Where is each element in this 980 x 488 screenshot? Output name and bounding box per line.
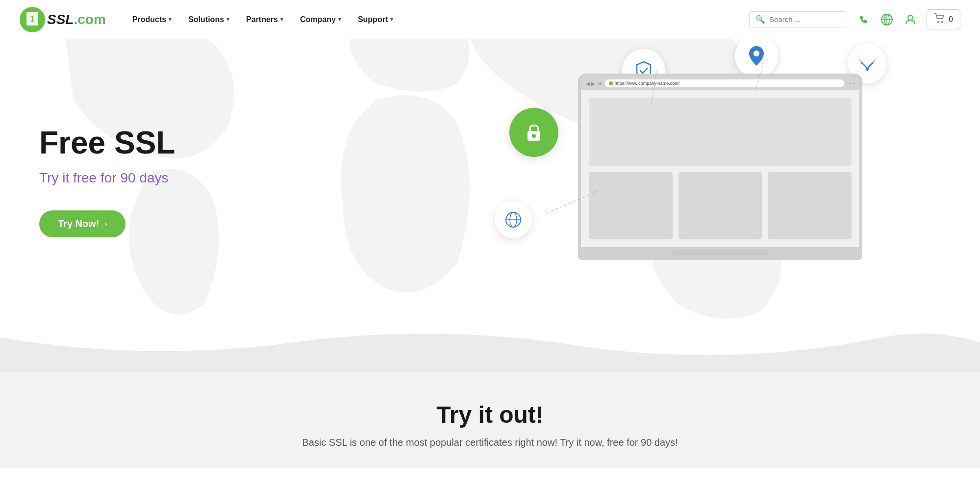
bottom-description: Basic SSL is one of the most popular cer… xyxy=(279,437,701,448)
svg-point-16 xyxy=(866,68,869,71)
nav-links: Products ▾ Solutions ▾ Partners ▾ Compan… xyxy=(126,11,749,28)
svg-rect-19 xyxy=(533,136,535,138)
svg-point-10 xyxy=(941,21,943,23)
laptop-foot xyxy=(671,250,769,255)
bottom-title: Try it out! xyxy=(20,401,960,428)
chevron-down-icon: ▾ xyxy=(226,16,229,23)
laptop-content xyxy=(581,90,859,247)
nav-item-partners[interactable]: Partners ▾ xyxy=(239,11,290,28)
hero-section: Free SSL Try it free for 90 days Try Now… xyxy=(0,39,980,324)
user-icon[interactable] xyxy=(903,12,918,27)
location-pin-icon xyxy=(735,39,778,77)
hero-content: Free SSL Try it free for 90 days Try Now… xyxy=(0,96,214,266)
logo-text: SSL.com xyxy=(47,13,106,26)
laptop-card-3 xyxy=(768,172,852,239)
search-box[interactable]: 🔍 xyxy=(749,11,847,27)
wave-svg xyxy=(0,323,980,372)
svg-point-15 xyxy=(754,51,759,56)
search-input[interactable] xyxy=(769,15,841,24)
logo[interactable]: 1 SSL.com xyxy=(20,7,106,32)
hero-illustration: ◀ ▶ ⟳ https://www.company-name.com/ • • xyxy=(460,39,980,324)
laptop-card-1 xyxy=(589,172,673,239)
cart-icon xyxy=(934,13,946,26)
laptop-browser-bar: ◀ ▶ ⟳ https://www.company-name.com/ • • xyxy=(581,77,859,90)
hero-title: Free SSL xyxy=(39,126,175,160)
chevron-down-icon: ▾ xyxy=(169,16,172,23)
nav-right: 🔍 xyxy=(749,9,960,29)
svg-point-3 xyxy=(857,13,870,26)
laptop-base xyxy=(578,250,862,260)
try-now-button[interactable]: Try Now! › xyxy=(39,210,126,237)
chevron-down-icon: ▾ xyxy=(280,16,283,23)
lock-icon xyxy=(509,108,558,157)
arrow-icon: › xyxy=(104,219,107,229)
navbar: 1 SSL.com Products ▾ Solutions ▾ Partner… xyxy=(0,0,980,39)
logo-icon: 1 xyxy=(20,7,45,32)
globe-blue-icon xyxy=(495,201,532,238)
url-bar: https://www.company-name.com/ xyxy=(605,79,844,87)
nav-item-support[interactable]: Support ▾ xyxy=(351,11,400,28)
hero-subtitle: Try it free for 90 days xyxy=(39,170,175,186)
laptop: ◀ ▶ ⟳ https://www.company-name.com/ • • xyxy=(578,74,862,280)
svg-text:1: 1 xyxy=(30,15,35,23)
svg-point-11 xyxy=(120,65,125,70)
cart-count: 0 xyxy=(949,15,953,24)
nav-item-products[interactable]: Products ▾ xyxy=(126,11,178,28)
laptop-content-top xyxy=(589,98,852,166)
phone-icon[interactable] xyxy=(856,12,871,27)
search-icon: 🔍 xyxy=(755,15,765,24)
chevron-down-icon: ▾ xyxy=(390,16,393,23)
globe-icon[interactable] xyxy=(879,12,894,27)
cart-button[interactable]: 0 xyxy=(927,9,960,29)
laptop-card-2 xyxy=(678,172,762,239)
wave-divider xyxy=(0,323,980,372)
laptop-content-bottom xyxy=(589,172,852,239)
bottom-section: Try it out! Basic SSL is one of the most… xyxy=(0,372,980,468)
nav-item-company[interactable]: Company ▾ xyxy=(293,11,348,28)
chevron-down-icon: ▾ xyxy=(338,16,341,23)
svg-point-9 xyxy=(937,21,939,23)
laptop-body: ◀ ▶ ⟳ https://www.company-name.com/ • • xyxy=(578,74,862,250)
nav-item-solutions[interactable]: Solutions ▾ xyxy=(181,11,236,28)
svg-point-8 xyxy=(908,15,913,20)
svg-point-12 xyxy=(406,40,411,45)
